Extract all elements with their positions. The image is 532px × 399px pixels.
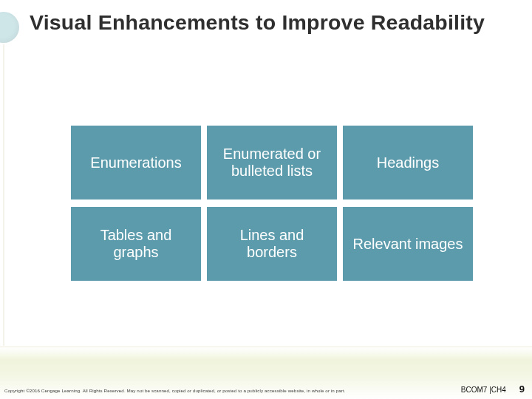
title-ornament xyxy=(0,12,19,43)
slide: Visual Enhancements to Improve Readabili… xyxy=(0,0,532,399)
enhancements-grid: Enumerations Enumerated or bulleted list… xyxy=(71,126,473,281)
footer-code: BCOM7 |CH4 xyxy=(461,386,506,394)
cell-enumerated-bulleted-lists: Enumerated or bulleted lists xyxy=(207,126,337,200)
slide-title: Visual Enhancements to Improve Readabili… xyxy=(30,10,485,35)
cell-relevant-images: Relevant images xyxy=(343,207,473,281)
page-number: 9 xyxy=(519,383,525,395)
cell-enumerations: Enumerations xyxy=(71,126,201,200)
footer-right: BCOM7 |CH4 9 xyxy=(461,383,525,395)
cell-lines-borders: Lines and borders xyxy=(207,207,337,281)
left-rule xyxy=(3,44,4,346)
copyright-text: Copyright ©2016 Cengage Learning. All Ri… xyxy=(4,388,346,393)
cell-headings: Headings xyxy=(343,126,473,200)
cell-tables-graphs: Tables and graphs xyxy=(71,207,201,281)
